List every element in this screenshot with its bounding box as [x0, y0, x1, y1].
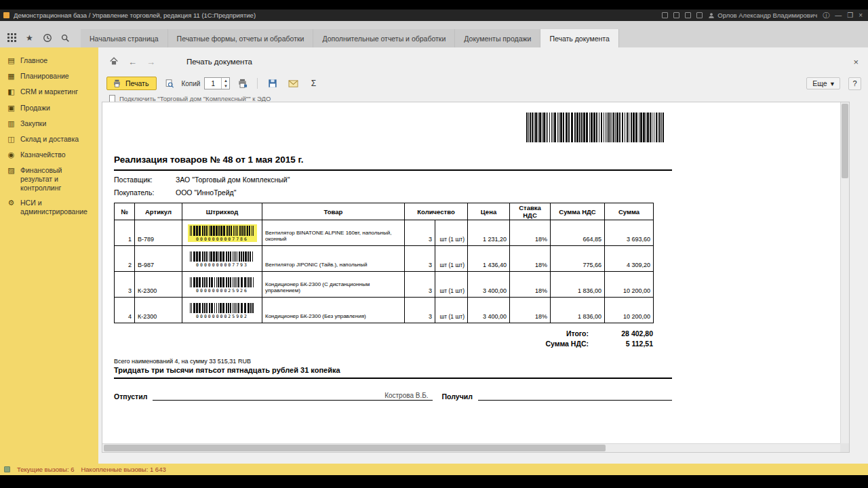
current-calls: Текущие вызовы: 6 — [17, 466, 74, 473]
barcode-image — [190, 303, 255, 313]
info-icon[interactable]: ⓘ — [823, 12, 829, 19]
user-icon — [708, 12, 715, 19]
vertical-scrollbar-thumb[interactable] — [842, 104, 848, 178]
back-arrow-icon[interactable]: ← — [128, 58, 137, 66]
col-num: № — [115, 203, 135, 220]
close-form-icon[interactable]: × — [850, 57, 861, 67]
more-button[interactable]: Еще ▾ — [806, 77, 840, 89]
released-signature-line: Кострова В.Б. — [153, 390, 432, 401]
sidebar-item-sales[interactable]: ▣Продажи — [0, 100, 98, 116]
current-user: Орлов Александр Владимирович — [717, 12, 817, 19]
purchases-icon: ▥ — [7, 119, 16, 128]
titlebar-tool-icon[interactable] — [696, 12, 703, 18]
sum-sigma-icon[interactable]: Σ — [305, 77, 321, 91]
sidebar-item-nsi-admin[interactable]: ⚙НСИ и администрирование — [0, 195, 98, 219]
table-row: 2 В-987 0000000007793 Вентилятор JIPONIC… — [115, 246, 654, 272]
sections-sidebar: ▤Главное ▦Планирование ◧CRM и маркетинг … — [0, 47, 98, 464]
barcode-image — [190, 226, 255, 236]
total-label: Итого: — [566, 329, 589, 338]
row-barcode: 0000000025926 — [188, 276, 257, 293]
email-icon[interactable] — [285, 77, 301, 91]
sidebar-item-financial-result[interactable]: ▨Финансовый результат и контроллинг — [0, 163, 98, 195]
sidebar-item-treasury[interactable]: ◉Казначейство — [0, 147, 98, 163]
table-row: 1 В-789 0000000007786 Вентилятор BINATON… — [115, 220, 654, 246]
amount-in-words: Тридцать три тысячи пятьсот пятнадцать р… — [114, 366, 672, 379]
calls-status-icon — [4, 466, 10, 472]
goods-table: № Артикул Штрихкод Товар Количество Цена… — [114, 203, 654, 323]
col-price: Цена — [468, 203, 510, 220]
received-label: Получил — [442, 392, 473, 401]
favorites-icon[interactable]: ★ — [24, 33, 35, 43]
sidebar-item-crm[interactable]: ◧CRM и маркетинг — [0, 84, 98, 100]
copies-value[interactable]: 1 — [205, 78, 221, 89]
app-window: Демонстрационная база / Управление торго… — [0, 0, 868, 488]
crm-icon: ◧ — [7, 87, 16, 96]
vat-total-value: 5 112,51 — [589, 340, 653, 348]
tab-additional-reports[interactable]: Дополнительные отчеты и обработки — [313, 29, 455, 47]
total-value: 28 402,80 — [589, 329, 653, 338]
finance-icon: ▨ — [7, 166, 16, 175]
print-button[interactable]: Печать — [106, 77, 157, 90]
spin-down-icon[interactable]: ▼ — [222, 83, 229, 89]
tab-home[interactable]: Начальная страница — [81, 29, 168, 47]
sidebar-item-purchases[interactable]: ▥Закупки — [0, 116, 98, 131]
sidebar-item-planning[interactable]: ▦Планирование — [0, 68, 98, 84]
barcode-digits: 0000000025902 — [190, 314, 255, 319]
history-icon[interactable] — [42, 33, 52, 43]
spin-up-icon[interactable]: ▲ — [222, 78, 229, 83]
vertical-scrollbar[interactable] — [840, 102, 849, 443]
table-header-row: № Артикул Штрихкод Товар Количество Цена… — [115, 203, 654, 220]
tab-sales-documents[interactable]: Документы продажи — [455, 29, 540, 47]
main-section-icon: ▤ — [7, 56, 16, 65]
tab-print-document[interactable]: Печать документа — [540, 29, 619, 47]
barcode-image — [190, 251, 255, 262]
tab-print-forms[interactable]: Печатные формы, отчеты и обработки — [168, 29, 314, 47]
status-bar: Текущие вызовы: 6 Накопленные вызовы: 1 … — [0, 464, 868, 475]
row-barcode: 0000000007793 — [188, 250, 257, 268]
document-page[interactable]: Реализация товаров № 48 от 1 мая 2015 г.… — [102, 102, 840, 443]
col-vat-rate: Ставка НДС — [510, 203, 551, 220]
horizontal-scrollbar[interactable] — [102, 443, 840, 452]
titlebar-tool-icon[interactable] — [662, 12, 668, 18]
save-icon[interactable] — [264, 77, 281, 91]
chevron-down-icon: ▾ — [831, 79, 834, 87]
search-icon[interactable] — [60, 33, 70, 43]
table-row: 3 К-2300 0000000025926 Кондиционер БК-23… — [115, 272, 654, 298]
printer-settings-icon[interactable] — [234, 77, 250, 91]
window-close-icon[interactable]: × — [859, 12, 863, 19]
horizontal-scrollbar-thumb[interactable] — [104, 445, 606, 451]
app-icon — [3, 12, 9, 18]
print-preview-icon[interactable] — [161, 77, 177, 91]
letterbox-bottom — [0, 475, 868, 488]
main-menu-icon[interactable] — [7, 33, 17, 43]
copies-spinner[interactable]: ▲ ▼ — [221, 78, 229, 89]
col-article: Артикул — [135, 203, 182, 220]
copies-stepper[interactable]: 1 ▲ ▼ — [204, 77, 230, 89]
planning-icon: ▦ — [7, 72, 16, 81]
minimize-icon[interactable]: — — [835, 12, 842, 19]
buyer-value: ООО "ИнноТрейд" — [176, 188, 236, 197]
home-icon[interactable] — [109, 56, 119, 67]
barcode-digits: 0000000007786 — [190, 237, 255, 242]
row-barcode: 0000000007786 — [188, 224, 257, 242]
titlebar-tool-icon[interactable] — [685, 12, 691, 18]
main-content: ← → Печать документа × Печать Копий 1 — [98, 47, 868, 464]
settings-gear-icon: ⚙ — [7, 199, 16, 207]
sidebar-item-main[interactable]: ▤Главное — [0, 53, 98, 68]
released-label: Отпустил — [114, 392, 147, 401]
sidebar-item-warehouse[interactable]: ◫Склад и доставка — [0, 131, 98, 147]
copies-label: Копий — [181, 80, 200, 87]
titlebar-tool-icon[interactable] — [673, 12, 679, 18]
open-tabs: Начальная страница Печатные формы, отчет… — [81, 29, 619, 47]
toolbar-separator — [257, 78, 258, 89]
col-vat-sum: Сумма НДС — [551, 203, 605, 220]
window-title: Демонстрационная база / Управление торго… — [14, 12, 256, 19]
print-preview-viewer[interactable]: Реализация товаров № 48 от 1 мая 2015 г.… — [102, 102, 850, 453]
forward-arrow-icon[interactable]: → — [146, 58, 155, 66]
help-button[interactable]: ? — [848, 77, 861, 90]
buyer-label: Покупатель: — [114, 188, 176, 197]
printer-icon — [113, 79, 121, 87]
window-titlebar: Демонстрационная база / Управление торго… — [0, 9, 868, 21]
maximize-icon[interactable]: ❐ — [847, 12, 853, 19]
document-title: Реализация товаров № 48 от 1 мая 2015 г. — [114, 155, 672, 171]
